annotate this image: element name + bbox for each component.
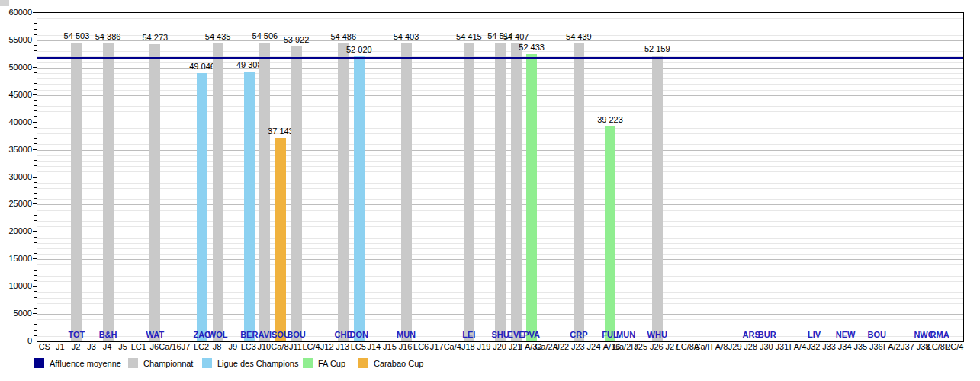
y-axis-tick-label: 30000 (8, 172, 32, 181)
x-axis-tick-label: J12 (320, 342, 334, 351)
x-axis-tick-label: J3 (87, 342, 96, 351)
y-axis-tick (34, 198, 37, 199)
team-label: B&H (99, 330, 117, 339)
y-axis-tick-label: 25000 (8, 199, 32, 208)
x-axis-tick-label: LC6 (413, 342, 429, 351)
x-axis-tick-label: J7 (182, 342, 191, 351)
y-axis-tick-label: 5000 (14, 309, 32, 318)
gridline (37, 30, 963, 30)
team-label: FUL (602, 330, 618, 339)
bar (464, 43, 474, 341)
attendance-chart: 54 503TOT54 386B&H54 273WAT49 046ZAG54 4… (0, 0, 980, 381)
x-axis-tick-label: J36 (869, 342, 883, 351)
y-axis-tick (34, 264, 37, 264)
y-axis-tick (33, 12, 37, 13)
bar-value-label: 53 922 (284, 35, 310, 44)
team-label: SHU (491, 330, 509, 339)
y-axis-tick (34, 308, 37, 309)
bar-value-label: 52 433 (519, 43, 545, 52)
y-axis-tick (34, 29, 37, 30)
y-axis-tick (33, 149, 37, 150)
y-axis-tick (34, 215, 37, 216)
x-axis-tick-label: FA/2 (883, 342, 901, 351)
y-axis-tick (34, 226, 37, 226)
x-axis-tick-label: J28 (744, 342, 757, 351)
team-label: BOU (868, 330, 886, 339)
x-axis-tick-label: J26 (650, 342, 664, 351)
y-axis-tick-label: 20000 (8, 226, 32, 235)
legend-item: Ligue des Champions (202, 358, 298, 368)
bar (605, 126, 615, 341)
y-axis-tick (33, 258, 37, 259)
bar-value-label: 54 503 (64, 31, 90, 40)
y-axis-tick (34, 138, 37, 139)
y-axis-tick (34, 62, 37, 62)
team-label: TOT (69, 330, 85, 339)
legend: Affluence moyenneChampionnatLigue des Ch… (0, 358, 980, 375)
legend-swatch (128, 358, 138, 368)
legend-swatch (358, 358, 368, 368)
legend-label: FA Cup (318, 359, 345, 368)
y-axis-tick (34, 110, 37, 111)
legend-label: Carabao Cup (374, 359, 423, 368)
corner-artifact (0, 0, 9, 6)
y-axis-tick (34, 182, 37, 183)
gridline (37, 24, 963, 24)
y-axis-tick (34, 45, 37, 46)
plot-area: 54 503TOT54 386B&H54 273WAT49 046ZAG54 4… (37, 12, 964, 342)
team-label: CRP (570, 330, 587, 339)
bar-value-label: 54 403 (394, 32, 419, 41)
y-axis-tick (33, 122, 37, 123)
bar-value-label: 52 159 (644, 44, 670, 53)
average-line (37, 57, 963, 59)
bar (244, 72, 255, 341)
bar (338, 43, 349, 341)
x-axis-tick-label: J19 (477, 342, 491, 351)
y-axis-tick-label: 55000 (8, 35, 32, 44)
y-axis-tick (34, 210, 37, 210)
y-axis-tick (34, 50, 37, 51)
x-axis-tick-label: Ca/16 (159, 342, 181, 351)
y-axis-tick (34, 34, 37, 35)
x-axis-tick-label: J25 (634, 342, 647, 351)
team-label: AVI (259, 330, 272, 339)
bar-value-label: 54 439 (566, 32, 592, 41)
legend-swatch (34, 358, 44, 368)
y-axis-tick (34, 23, 37, 24)
bar (401, 43, 412, 341)
bar (213, 43, 223, 341)
y-axis-tick (34, 133, 37, 133)
team-label: WOL (208, 330, 228, 339)
y-axis-tick (34, 18, 37, 18)
x-axis-tick-label: Ca/2A (535, 342, 558, 351)
bar-value-label: 49 308 (236, 60, 262, 69)
x-axis-tick-label: J29 (728, 342, 742, 351)
team-label: WHU (647, 330, 667, 339)
y-axis-tick-label: 10000 (8, 281, 32, 290)
bar (652, 56, 663, 341)
team-label: NEW (836, 330, 856, 339)
y-axis-tick (34, 143, 37, 144)
y-axis-tick (34, 335, 37, 336)
y-axis-tick (34, 187, 37, 188)
bar-value-label: 54 415 (456, 32, 482, 41)
y-axis-tick (33, 67, 37, 68)
y-axis-tick (34, 330, 37, 331)
y-axis-tick (34, 83, 37, 84)
team-label: MUN (397, 330, 416, 339)
x-axis-tick-label: LC/4 (302, 342, 320, 351)
bar (526, 54, 537, 341)
y-axis-tick (34, 270, 37, 271)
x-axis-tick-label: FA/8 (711, 342, 728, 351)
legend-swatch (303, 358, 313, 368)
bar-value-label: 54 486 (330, 32, 356, 41)
bar-value-label: 52 020 (346, 45, 372, 54)
y-axis-tick-label: 60000 (8, 8, 32, 17)
y-axis-tick (34, 319, 37, 319)
x-axis-tick-label: J35 (853, 342, 867, 351)
bar (511, 43, 522, 341)
y-axis-tick (34, 116, 37, 117)
y-axis-tick (33, 341, 37, 341)
team-label: BER (240, 330, 258, 339)
y-axis-tick (34, 324, 37, 325)
